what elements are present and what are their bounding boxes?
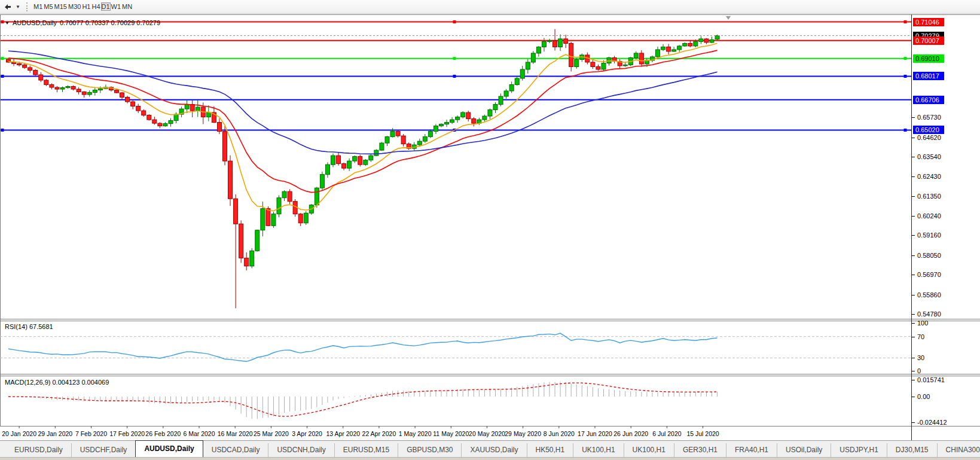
date-label: 29 May 2020 [505, 430, 541, 437]
chart-panes[interactable]: 20 Jan 202029 Jan 20207 Feb 202017 Feb 2… [0, 14, 911, 440]
timeframe-button-d1[interactable]: D1 [101, 2, 111, 11]
chart-tab-audusd-daily[interactable]: AUDUSD,Daily [135, 440, 203, 457]
chart-title-row: ▼ AUDUSD,Daily 0.70077 0.70337 0.70029 0… [5, 19, 160, 26]
chart-tab-china300-h4[interactable]: CHINA300,H4 [937, 443, 980, 457]
horizontal-price-lines [0, 20, 911, 132]
chart-tab-uk100-h1[interactable]: UK100,H1 [624, 443, 674, 457]
mt4-window: ▼ M1M5M15M30H1H4D1W1MN 20 Jan 202029 Jan… [0, 0, 980, 460]
candlesticks [7, 29, 720, 309]
title-arrow-icon: ▼ [5, 20, 10, 26]
chart-tab-dj30-m15[interactable]: DJ30,M15 [887, 443, 937, 457]
axis-tick-label: 0.62430 [917, 173, 941, 180]
date-label: 20 May 2020 [469, 430, 505, 437]
price-line-badge: 0.65020 [913, 126, 944, 134]
timeframe-button-w1[interactable]: W1 [111, 2, 122, 11]
chart-tab-uk100-h1[interactable]: UK100,H1 [573, 443, 623, 457]
chart-mode-caret-icon[interactable]: ▼ [14, 1, 22, 13]
rsi-indicator-label: RSI(14) 67.5681 [5, 323, 53, 330]
chart-tab-usdcnh-daily[interactable]: USDCNH,Daily [268, 443, 334, 457]
chart-tab-usdcad-daily[interactable]: USDCAD,Daily [203, 443, 268, 457]
axis-tick-label: 0.58050 [917, 252, 941, 259]
chart-tab-gbpusd-m30[interactable]: GBPUSD,M30 [398, 443, 461, 457]
axis-tick-label: 0.63540 [917, 153, 941, 160]
price-line-badge: 0.69010 [913, 54, 944, 63]
ohlc-values: 0.70077 0.70337 0.70029 0.70279 [60, 19, 160, 26]
moving-average-lines [8, 43, 718, 211]
date-label: 22 Apr 2020 [362, 430, 396, 437]
timeframe-button-h4[interactable]: H4 [91, 2, 100, 11]
price-line-badge: 0.68017 [913, 72, 944, 80]
timeframe-button-m15[interactable]: M15 [54, 2, 68, 11]
date-label: 7 Feb 2020 [75, 430, 107, 437]
chart-mode-icon[interactable] [1, 1, 14, 13]
price-line-badge: 0.66706 [913, 96, 944, 104]
timeframe-button-h1[interactable]: H1 [81, 2, 91, 11]
date-label: 17 Feb 2020 [109, 430, 145, 437]
timeframe-button-m1[interactable]: M1 [33, 2, 43, 11]
chart-tab-ger30-h1[interactable]: GER30,H1 [674, 443, 726, 457]
date-label: 13 Apr 2020 [326, 430, 360, 437]
macd-axis-label: 0.015741 [917, 376, 945, 383]
rsi-pane [0, 333, 911, 361]
timeframe-button-mn[interactable]: MN [121, 2, 133, 11]
chart-tab-usoil-daily[interactable]: USOil,Daily [777, 443, 831, 457]
price-axis: 0.657300.646200.635400.624300.613500.602… [911, 14, 980, 440]
toolbar-grip [26, 2, 29, 11]
date-label: 20 Jan 2020 [2, 430, 36, 437]
date-label: 29 Jan 2020 [38, 430, 72, 437]
chart-tab-bar: EURUSD,DailyUSDCHF,DailyAUDUSD,DailyUSDC… [0, 440, 980, 457]
axis-tick-label: 0.55860 [917, 291, 941, 298]
date-label: 25 Mar 2020 [254, 430, 289, 437]
chart-tab-hk50-h1[interactable]: HK50,H1 [527, 443, 573, 457]
macd-pane [8, 382, 718, 419]
chart-tab-eurusd-daily[interactable]: EURUSD,Daily [6, 443, 71, 457]
price-chart-svg[interactable]: 20 Jan 202029 Jan 20207 Feb 202017 Feb 2… [0, 14, 911, 440]
rsi-axis-label: 100 [917, 319, 928, 327]
chart-tab-usdjpy-h1[interactable]: USDJPY,H1 [831, 443, 886, 457]
macd-axis-label: 0.00 [917, 393, 930, 400]
date-label: 6 Mar 2020 [183, 430, 215, 437]
date-label: 8 Jun 2020 [544, 430, 575, 437]
axis-tick-label: 0.61350 [917, 193, 941, 200]
axis-tick-label: 0.65730 [917, 114, 941, 121]
date-label: 1 May 2020 [399, 430, 432, 437]
macd-axis-label: -0.024412 [917, 419, 947, 426]
chart-shift-marker [726, 16, 731, 20]
date-label: 16 Mar 2020 [218, 430, 253, 437]
status-strip [0, 457, 980, 460]
axis-tick-label: 0.54780 [917, 310, 941, 318]
date-label: 15 Jul 2020 [686, 430, 719, 437]
date-label: 17 Jun 2020 [578, 430, 612, 437]
axis-tick-label: 0.64620 [917, 134, 941, 141]
date-label: 26 Jun 2020 [613, 430, 648, 437]
axis-tick-label: 0.60240 [917, 212, 941, 220]
symbol-title: AUDUSD,Daily [13, 19, 57, 26]
timeframe-button-m30[interactable]: M30 [68, 2, 81, 11]
rsi-axis-label: 30 [917, 354, 924, 361]
date-label: 3 Apr 2020 [292, 430, 322, 437]
rsi-axis-label: 0 [917, 367, 921, 374]
chart-tab-xauusd-daily[interactable]: XAUUSD,Daily [461, 443, 526, 457]
price-line-badge: 0.71046 [913, 18, 944, 26]
date-label: 6 Jul 2020 [652, 430, 682, 437]
timeframe-button-m5[interactable]: M5 [43, 2, 53, 11]
cursor-arrows-icon [4, 2, 12, 11]
rsi-axis-label: 70 [917, 333, 924, 340]
chart-tab-eurusd-m15[interactable]: EURUSD,M15 [334, 443, 398, 457]
axis-tick-label: 0.56970 [917, 271, 941, 278]
timeframe-buttons: M1M5M15M30H1H4D1W1MN [33, 2, 133, 12]
chart-tab-fra40-h1[interactable]: FRA40,H1 [726, 443, 777, 457]
chart-tab-usdchf-daily[interactable]: USDCHF,Daily [71, 443, 136, 457]
timeframe-toolbar: ▼ M1M5M15M30H1H4D1W1MN [0, 0, 980, 14]
date-label: 11 May 2020 [433, 430, 469, 437]
axis-tick-label: 0.59160 [917, 231, 941, 239]
price-line-badge: 0.70007 [913, 36, 944, 45]
macd-indicator-label: MACD(12,26,9) 0.004123 0.004069 [5, 379, 109, 386]
date-axis[interactable]: 20 Jan 202029 Jan 20207 Feb 202017 Feb 2… [2, 426, 719, 437]
date-label: 26 Feb 2020 [145, 430, 181, 437]
